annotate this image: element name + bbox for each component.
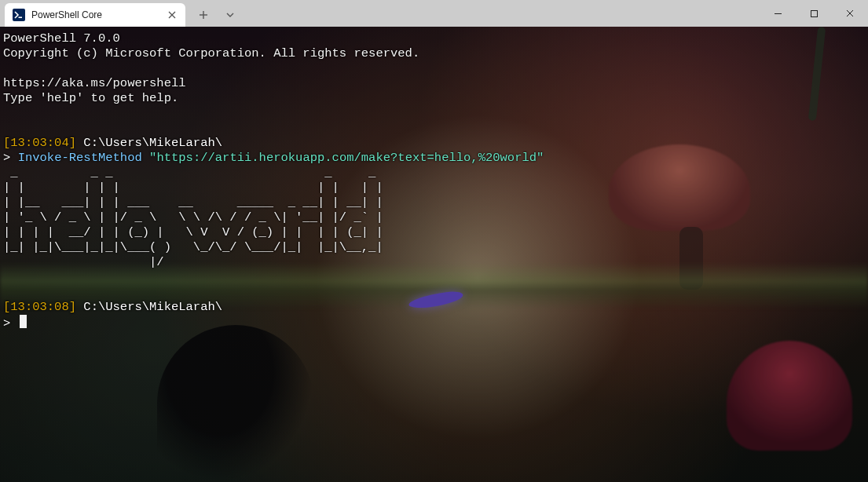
help-line: Type 'help' to get help. [3,91,178,105]
command-name: Invoke-RestMethod [18,151,142,165]
maximize-button[interactable] [796,0,832,27]
terminal-pane[interactable]: PowerShell 7.0.0 Copyright (c) Microsoft… [0,27,868,482]
tab-dropdown-button[interactable] [217,3,244,27]
terminal-window: PowerShell Core [0,0,868,482]
prompt-symbol-2: > [3,316,10,330]
tab-title: PowerShell Core [31,9,160,20]
ascii-art-output: _ _ _ _ _ | | | | | | | | | | |__ ___| |… [3,166,383,269]
close-tab-icon[interactable] [167,9,178,20]
command-arg-url: "https://artii.herokuapp.com/make?text=h… [149,151,544,165]
text-cursor [20,315,27,328]
cwd-1: C:\Users\MikeLarah\ [83,136,222,150]
window-controls [760,0,868,27]
close-window-button[interactable] [832,0,868,27]
tab-actions [190,0,244,27]
new-tab-button[interactable] [190,3,217,27]
ps-version-line: PowerShell 7.0.0 [3,31,120,46]
cwd-2: C:\Users\MikeLarah\ [83,300,222,314]
powershell-icon [13,9,25,21]
titlebar[interactable]: PowerShell Core [0,0,868,27]
tab-powershell[interactable]: PowerShell Core [5,3,185,27]
prompt-symbol-1: > [3,151,10,165]
timestamp-1: [13:03:04] [3,136,76,150]
svg-rect-7 [811,10,817,16]
terminal-output: PowerShell 7.0.0 Copyright (c) Microsoft… [0,27,868,336]
timestamp-2: [13:03:08] [3,300,76,314]
copyright-line: Copyright (c) Microsoft Corporation. All… [3,46,419,60]
minimize-button[interactable] [760,0,796,27]
docs-link: https://aka.ms/powershell [3,76,186,90]
